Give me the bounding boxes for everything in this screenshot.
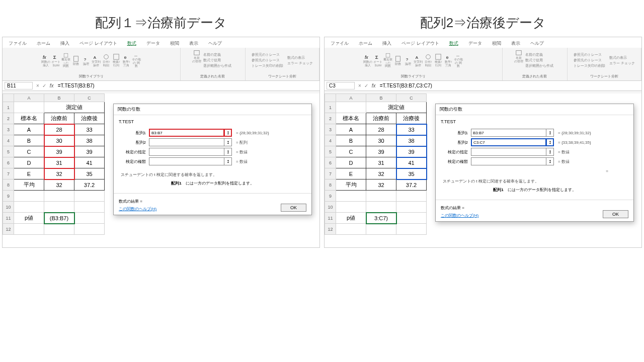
tab-insert[interactable]: 挿入 <box>58 39 71 48</box>
formula-input[interactable]: =T.TEST(B3:B7,C3:C7) <box>378 83 641 88</box>
fin-icon[interactable]: 財務 <box>393 53 403 68</box>
math-icon[interactable]: θ数学/三角 <box>444 53 453 68</box>
sum-icon[interactable]: Σオート SUM <box>373 53 382 68</box>
trace-dep[interactable]: 参照先のトレース <box>574 58 602 63</box>
help-link[interactable]: この関数のヘルプ(H) <box>119 207 156 211</box>
pval-label[interactable]: p値 <box>14 213 44 224</box>
pval-label[interactable]: p値 <box>336 213 366 224</box>
name-define[interactable]: 名前の定義 <box>203 52 221 57</box>
fx-label[interactable]: fx <box>370 83 378 88</box>
hdr-sample[interactable]: 標本名 <box>336 113 366 124</box>
cell[interactable]: 平均 <box>14 179 44 191</box>
tab-formula[interactable]: 数式 <box>447 39 460 48</box>
cell[interactable]: E <box>336 168 366 179</box>
cell[interactable]: 38 <box>396 135 427 146</box>
show-formulas[interactable]: 数式の表示 <box>609 55 627 60</box>
range-picker-icon[interactable]: ↥ <box>224 148 232 156</box>
trace-prec[interactable]: 参照元のトレース <box>574 52 602 57</box>
recent-icon[interactable]: 最近使った 関数 <box>383 53 392 68</box>
cell[interactable]: 31 <box>44 157 74 168</box>
input-array2[interactable]: C3:C7 <box>471 138 546 146</box>
cell[interactable]: 32 <box>44 179 74 191</box>
fx-icon[interactable]: fx関数の 挿入 <box>363 53 372 68</box>
cell[interactable]: 41 <box>396 157 427 168</box>
fx-icon[interactable]: fx関数の 挿入 <box>41 53 50 68</box>
cell[interactable]: C <box>14 146 44 157</box>
name-create[interactable]: 選択範囲から作成 <box>203 63 231 68</box>
range-picker-icon[interactable]: ↥ <box>546 157 554 165</box>
cell[interactable]: 35 <box>74 168 105 179</box>
error-check[interactable]: エラー チェック <box>287 61 313 66</box>
cell[interactable]: 31 <box>366 157 396 168</box>
cell[interactable]: 30 <box>366 135 396 146</box>
trace-dep[interactable]: 参照先のトレース <box>252 58 280 63</box>
cell[interactable]: 38 <box>74 135 105 146</box>
range-picker-icon[interactable]: ↥ <box>224 138 232 146</box>
header-merged[interactable]: 測定値 <box>44 102 105 113</box>
input-type[interactable] <box>149 157 224 165</box>
input-array1[interactable]: B3:B7 <box>149 129 224 137</box>
cell[interactable]: B <box>14 135 44 146</box>
cell[interactable]: 41 <box>74 157 105 168</box>
spreadsheet-grid[interactable]: ABC 1測定値 2標本名治療前治療後 3A2833 4B3038 5C3939… <box>325 94 427 235</box>
tab-help[interactable]: ヘルプ <box>206 39 224 48</box>
name-mgr-icon[interactable]: 名前 の管理 <box>192 49 201 64</box>
cell[interactable]: 32 <box>366 179 396 191</box>
name-define[interactable]: 名前の定義 <box>525 52 543 57</box>
input-tails[interactable] <box>471 148 546 156</box>
ok-button[interactable]: OK <box>603 210 628 218</box>
tab-help[interactable]: ヘルプ <box>528 39 546 48</box>
tab-data[interactable]: データ <box>466 39 484 48</box>
tab-formula[interactable]: 数式 <box>125 39 138 48</box>
name-use[interactable]: 数式で使用 <box>203 58 221 63</box>
cell[interactable]: D <box>336 157 366 168</box>
cell[interactable]: 平均 <box>336 179 366 191</box>
cell[interactable]: 39 <box>366 146 396 157</box>
tab-data[interactable]: データ <box>144 39 162 48</box>
fx-label[interactable]: fx <box>48 83 56 88</box>
ok-button[interactable]: OK <box>281 204 306 212</box>
enter-icon[interactable]: ✓ <box>363 83 370 88</box>
cell[interactable]: E <box>14 168 44 179</box>
tab-file[interactable]: ファイル <box>329 39 351 48</box>
cell[interactable]: 28 <box>366 124 396 135</box>
cell[interactable]: 28 <box>44 124 74 135</box>
trace-prec[interactable]: 参照元のトレース <box>252 52 280 57</box>
text-icon[interactable]: A文字列 操作 <box>92 53 101 68</box>
hdr-post[interactable]: 治療後 <box>396 113 427 124</box>
tab-insert[interactable]: 挿入 <box>380 39 393 48</box>
input-array2[interactable] <box>149 138 224 146</box>
other-icon[interactable]: ⋯その他の 関数 <box>454 53 463 68</box>
cell[interactable]: 37.2 <box>74 179 105 191</box>
cancel-icon[interactable]: × <box>35 83 41 88</box>
cell[interactable]: 30 <box>44 135 74 146</box>
date-icon[interactable]: 日付/時刻 <box>102 53 111 68</box>
lookup-icon[interactable]: 検索/行列 <box>434 53 443 68</box>
tab-home[interactable]: ホーム <box>35 39 52 48</box>
logic-icon[interactable]: ?論理 <box>82 53 91 68</box>
cell[interactable]: 32 <box>44 168 74 179</box>
cell[interactable]: D <box>14 157 44 168</box>
hdr-pre[interactable]: 治療前 <box>44 113 74 124</box>
tab-review[interactable]: 校閲 <box>490 39 503 48</box>
input-array1[interactable]: B3:B7 <box>471 129 546 137</box>
cell[interactable]: 35 <box>396 168 427 179</box>
enter-icon[interactable]: ✓ <box>41 83 48 88</box>
header-merged[interactable]: 測定値 <box>366 102 427 113</box>
fin-icon[interactable]: 財務 <box>71 53 80 68</box>
other-icon[interactable]: ⋯その他の 関数 <box>132 53 141 68</box>
trace-remove[interactable]: トレース矢印の削除 <box>574 63 605 68</box>
cell[interactable]: 39 <box>44 146 74 157</box>
trace-remove[interactable]: トレース矢印の削除 <box>252 63 283 68</box>
tab-layout[interactable]: ページ レイアウト <box>399 39 441 48</box>
input-tails[interactable] <box>149 148 224 156</box>
tab-layout[interactable]: ページ レイアウト <box>77 39 119 48</box>
cancel-icon[interactable]: × <box>357 83 363 88</box>
cell[interactable]: 33 <box>74 124 105 135</box>
tab-home[interactable]: ホーム <box>357 39 374 48</box>
spreadsheet-grid[interactable]: ABC 1測定値 2標本名治療前治療後 3A2833 4B3038 5C3939… <box>3 94 105 235</box>
logic-icon[interactable]: ?論理 <box>404 53 413 68</box>
editing-cell[interactable]: (B3:B7) <box>44 213 74 224</box>
cell[interactable]: C <box>336 146 366 157</box>
lookup-icon[interactable]: 検索/行列 <box>112 53 121 68</box>
